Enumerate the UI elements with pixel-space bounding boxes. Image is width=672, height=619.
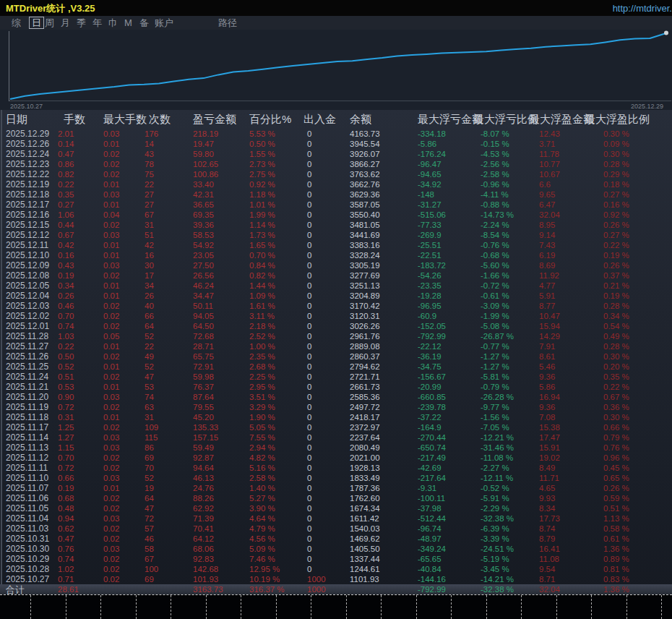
title-bar: MTDriver统计 ,V3.25 http://mtdriver. — [0, 0, 672, 16]
table-row[interactable]: 2025.11.250.520.015272.912.68 %02794.62-… — [0, 362, 672, 372]
table-cell: 1.13 % — [603, 513, 629, 524]
table-row[interactable]: 2025.12.260.140.011419.470.50 %03945.54-… — [0, 139, 672, 149]
table-cell: 0.79 % — [603, 432, 629, 443]
menu-item-9[interactable]: 备 — [139, 17, 149, 28]
table-cell: 0.26 % — [603, 483, 629, 493]
table-row[interactable]: 2025.10.300.760.035868.065.09 %01405.50-… — [0, 544, 672, 554]
table-row[interactable]: 2025.12.161.060.046769.351.99 %03550.40-… — [0, 210, 672, 220]
site-link[interactable]: http://mtdriver. — [613, 3, 672, 14]
table-row[interactable]: 2025.11.270.220.012228.711.00 %02889.08-… — [0, 341, 672, 351]
menu-item-6[interactable]: 年 — [92, 17, 102, 28]
table-cell: 8.49 — [539, 463, 555, 473]
table-cell: 11.92 — [539, 270, 559, 281]
table-row[interactable]: 2025.11.210.530.015376.372.95 %02661.73-… — [0, 382, 672, 392]
table-row[interactable]: 2025.12.240.470.024359.801.55 %03926.07-… — [0, 149, 672, 159]
table-cell: 0.44 — [58, 220, 74, 230]
table-cell: 1.14 % — [249, 220, 275, 230]
table-row[interactable]: 2025.11.240.510.024759.982.25 %02721.71-… — [0, 372, 672, 382]
table-cell: 1.65 % — [249, 240, 275, 250]
table-row[interactable]: 2025.11.171.250.02109135.335.05 %02372.9… — [0, 422, 672, 432]
table-cell: 2025.10.27 — [6, 574, 49, 584]
table-cell: 0 — [307, 544, 311, 554]
table-row[interactable]: 2025.11.050.480.024762.923.90 %01674.34-… — [0, 503, 672, 513]
table-cell: 4.82 % — [249, 453, 275, 463]
table-cell: 0.52 — [58, 362, 74, 372]
table-row[interactable]: 2025.11.200.900.037487.643.51 %02585.36-… — [0, 392, 672, 402]
table-cell: 94.64 — [193, 463, 214, 473]
table-row[interactable]: 2025.11.120.700.026992.874.82 %02021.00-… — [0, 453, 672, 463]
table-row[interactable]: 2025.12.090.430.033027.500.84 %03305.19-… — [0, 260, 672, 270]
table-cell: 0.70 — [58, 453, 74, 463]
table-cell: 9.14 — [539, 230, 555, 240]
table-row[interactable]: 2025.12.050.340.013446.241.44 %03251.13-… — [0, 281, 672, 291]
table-cell: 0.36 % — [603, 402, 629, 412]
table-cell: 42 — [145, 240, 154, 250]
table-row[interactable]: 2025.12.020.700.026694.053.11 %03120.31-… — [0, 311, 672, 321]
menu-item-4[interactable]: 月 — [61, 17, 70, 28]
table-row[interactable]: 2025.12.230.860.0278102.652.73 %03866.27… — [0, 159, 672, 169]
grid-tick-line — [556, 595, 557, 619]
table-cell: 0 — [307, 210, 311, 220]
table-cell: 2.73 % — [249, 159, 275, 169]
table-row[interactable]: 2025.11.110.720.027094.645.16 %01928.13-… — [0, 463, 672, 473]
table-row[interactable]: 2025.12.010.740.026464.502.18 %03026.26-… — [0, 321, 672, 331]
table-cell: 10.67 — [539, 169, 560, 179]
table-row[interactable]: 2025.12.040.260.012634.471.09 %03204.89-… — [0, 291, 672, 301]
table-cell: 42.31 — [193, 189, 214, 200]
table-row[interactable]: 2025.11.260.500.024965.752.35 %02860.37-… — [0, 351, 672, 362]
menu-item-1[interactable]: 综 — [12, 17, 21, 28]
table-row[interactable]: 2025.10.310.470.024664.124.56 %01469.62-… — [0, 534, 672, 544]
table-row[interactable]: 2025.11.180.310.013145.201.90 %02418.17-… — [0, 412, 672, 422]
table-cell: 0.35 — [58, 189, 74, 200]
table-row[interactable]: 2025.11.100.660.035246.132.58 %01833.49-… — [0, 473, 672, 483]
table-cell: 0.27 — [58, 200, 74, 210]
table-cell: 2025.11.27 — [6, 341, 48, 351]
table-row[interactable]: 2025.12.080.190.021726.560.82 %03277.69-… — [0, 270, 672, 281]
table-row[interactable]: 2025.12.220.820.0275100.862.75 %03763.62… — [0, 169, 672, 179]
total-cell: -32.38 % — [481, 584, 514, 595]
table-row[interactable]: 2025.11.070.190.011924.761.40 %01787.36-… — [0, 483, 672, 493]
table-row[interactable]: 2025.11.131.150.038659.492.94 %02080.49-… — [0, 443, 672, 453]
table-cell: 2721.71 — [350, 372, 380, 382]
menu-item-2[interactable]: 日 — [29, 17, 44, 29]
table-cell: 3.29 % — [249, 402, 275, 412]
table-cell: 0.82 — [58, 169, 74, 179]
table-cell: 0 — [307, 291, 311, 301]
table-row[interactable]: 2025.12.180.350.032742.311.18 %03629.36-… — [0, 189, 672, 200]
table-row[interactable]: 2025.12.190.220.012233.400.92 %03662.76-… — [0, 179, 672, 189]
table-cell: -5.19 % — [481, 554, 509, 564]
table-cell: -5.60 % — [481, 260, 509, 270]
table-row[interactable]: 2025.12.292.010.03176218.195.53 %04163.7… — [0, 129, 672, 139]
table-row[interactable]: 2025.11.141.270.03115157.157.55 %02237.6… — [0, 432, 672, 443]
menu-item-8[interactable]: M — [124, 17, 132, 28]
table-cell: 33.40 — [193, 179, 214, 189]
table-cell: -4.11 % — [481, 189, 509, 200]
table-cell: 1611.42 — [350, 513, 379, 524]
table-row[interactable]: 2025.12.110.420.014254.921.65 %03383.16-… — [0, 240, 672, 250]
table-row[interactable]: 2025.12.150.440.023139.361.14 %03481.05-… — [0, 220, 672, 230]
table-row[interactable]: 2025.11.281.030.055272.682.52 %02961.76-… — [0, 331, 672, 341]
table-row[interactable]: 2025.12.170.270.012736.651.01 %03587.05-… — [0, 200, 672, 210]
table-row[interactable]: 2025.10.270.710.0269101.9310.19 %1000110… — [0, 574, 672, 584]
menu-item-path[interactable]: 路径 — [218, 17, 237, 28]
table-cell: 1.99 % — [249, 210, 275, 220]
menu-item-3[interactable]: 周 — [45, 17, 54, 28]
menu-item-5[interactable]: 季 — [77, 17, 86, 28]
table-cell: 2025.11.03 — [6, 524, 48, 534]
table-row[interactable]: 2025.11.060.680.026488.265.27 %01762.60-… — [0, 493, 672, 503]
table-row[interactable]: 2025.12.120.670.035158.531.73 %03441.69-… — [0, 230, 672, 240]
table-cell: 51 — [145, 230, 154, 240]
table-row[interactable]: 2025.12.100.160.011623.050.70 %03328.24-… — [0, 250, 672, 260]
table-row[interactable]: 2025.10.281.020.02100142.6812.95 %01244.… — [0, 564, 672, 574]
table-row[interactable]: 2025.11.190.720.026379.553.29 %02497.72-… — [0, 402, 672, 412]
table-cell: -2.27 % — [481, 463, 509, 473]
menu-item-10[interactable]: 账户 — [155, 17, 173, 28]
table-cell: 0.01 — [103, 281, 119, 291]
table-row[interactable]: 2025.11.040.940.037271.394.64 %01611.42-… — [0, 513, 672, 524]
table-row[interactable]: 2025.12.030.460.024050.111.61 %03170.42-… — [0, 301, 672, 311]
table-row[interactable]: 2025.10.290.740.026792.837.46 %01337.44-… — [0, 554, 672, 564]
menu-item-7[interactable]: 巾 — [108, 17, 118, 28]
table-cell: 0.94 — [58, 513, 74, 524]
table-row[interactable]: 2025.11.030.620.025770.414.79 %01540.03-… — [0, 524, 672, 534]
total-cell: 1000 — [307, 584, 326, 595]
